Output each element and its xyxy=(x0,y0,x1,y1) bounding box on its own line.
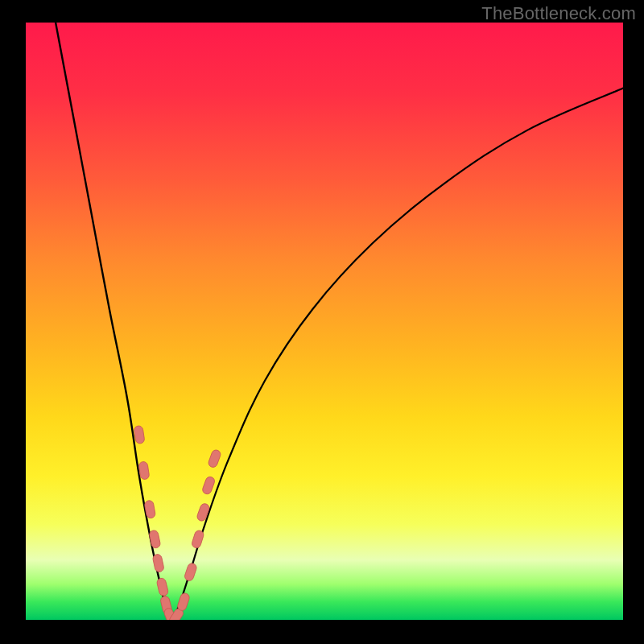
data-marker xyxy=(149,530,161,549)
data-marker xyxy=(196,502,210,522)
curve-right-branch xyxy=(171,89,623,620)
data-marker xyxy=(208,448,222,468)
watermark-text: TheBottleneck.com xyxy=(481,3,636,24)
plot-area xyxy=(26,23,623,620)
curve-layer xyxy=(56,23,623,620)
data-marker xyxy=(156,577,169,597)
data-marker xyxy=(184,562,197,581)
data-marker xyxy=(191,530,204,549)
outer-frame: TheBottleneck.com xyxy=(0,0,644,644)
data-marker xyxy=(201,476,216,495)
data-marker xyxy=(152,554,164,573)
chart-svg xyxy=(26,23,623,620)
data-marker xyxy=(176,592,190,612)
data-marker xyxy=(134,425,145,444)
